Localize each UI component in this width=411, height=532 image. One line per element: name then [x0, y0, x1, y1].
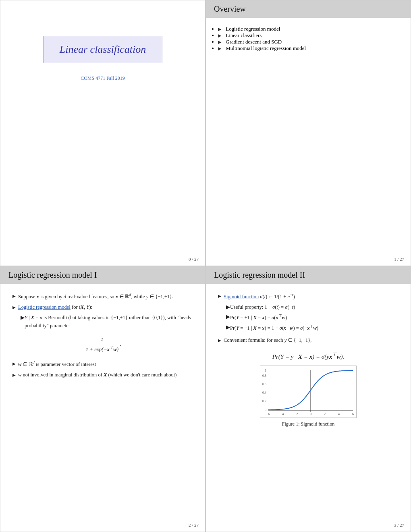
s3-big-formula: Pr(Y = y | X = x) = σ(yx⊤w). — [218, 351, 399, 362]
s2-sub-text-1: Y | X = x is Bernoulli (but taking value… — [25, 314, 193, 330]
slide-2-content: ▶ Suppose x is given by d real-valued fe… — [12, 292, 193, 379]
s3-bullet-1: ▶ Sigmoid function σ(t) := 1/(1 + e−t) — [218, 292, 399, 301]
page-number-1: 1 / 27 — [394, 257, 404, 262]
slide-3-header: Logistic regression model II — [206, 266, 411, 284]
s2-formula: 1 1 + exp(−x⊤w) . — [12, 335, 193, 354]
s2-arrow-1: ▶ — [12, 293, 16, 299]
fraction-formula: 1 1 + exp(−x⊤w) — [84, 335, 120, 354]
s3-sub-3: ▶ Pr(Y = −1 | X = x) = 1 − σ(x⊤w) = σ(−x… — [226, 323, 399, 332]
s2-text-3: w ∈ ℝd is parameter vector of interest — [18, 360, 96, 368]
s2-arrow-3: ▶ — [12, 361, 16, 367]
s3-arrow-2: ▶ — [218, 337, 221, 344]
bullet-1: ▶ Logistic regression model — [218, 26, 399, 32]
s2-sub-1: ▶ Y | X = x is Bernoulli (but taking val… — [21, 314, 193, 330]
s2-arrow-4: ▶ — [12, 372, 16, 378]
sigmoid-link: Sigmoid function — [224, 294, 259, 299]
s3-sub-arrow-1: ▶ — [226, 303, 230, 311]
svg-text:0: 0 — [265, 408, 266, 412]
svg-text:0.6: 0.6 — [262, 382, 266, 386]
title-box: Linear classification — [43, 36, 163, 63]
bullet-1-text: Logistic regression model — [226, 26, 280, 32]
svg-text:-2: -2 — [295, 412, 298, 416]
slide-2: Logistic regression model I ▶ Suppose x … — [0, 266, 206, 532]
bullet-3-text: Gradient descent and SGD — [226, 39, 282, 45]
page-number-3: 3 / 27 — [394, 523, 404, 528]
s3-sub-text-1: Useful property: 1 − σ(t) = σ(−t) — [230, 303, 295, 311]
slide-1: Overview ▶ Logistic regression model ▶ L… — [206, 0, 411, 266]
s2-bullet-4: ▶ w not involved in marginal distributio… — [12, 371, 193, 379]
s2-bullet-1: ▶ Suppose x is given by d real-valued fe… — [12, 292, 193, 301]
s3-sub-2: ▶ Pr(Y = +1 | X = x) = σ(x⊤w) — [226, 313, 399, 322]
svg-text:0.8: 0.8 — [262, 374, 266, 378]
slide-1-header: Overview — [206, 0, 411, 18]
s2-bullet-3: ▶ w ∈ ℝd is parameter vector of interest — [12, 360, 193, 368]
s3-arrow-1: ▶ — [218, 293, 221, 299]
s2-bullet-2: ▶ Logistic regression model for (X, Y): — [12, 303, 193, 311]
s3-sub-1: ▶ Useful property: 1 − σ(t) = σ(−t) — [226, 303, 399, 311]
s3-text-2: Convenient formula: for each y ∈ {−1,+1}… — [224, 336, 311, 344]
arrow-icon-1: ▶ — [218, 27, 221, 31]
s3-sub-text-2: Pr(Y = +1 | X = x) = σ(x⊤w) — [230, 313, 287, 322]
s2-sub-arrow-1: ▶ — [21, 314, 25, 322]
sigmoid-plot: 0 0.2 0.4 0.6 0.8 1 -6 -4 -2 0 2 4 6 — [260, 366, 357, 418]
svg-text:0.4: 0.4 — [262, 391, 266, 395]
s3-sub-arrow-3: ▶ — [226, 323, 230, 331]
s2-arrow-2: ▶ — [12, 304, 16, 311]
bullet-3: ▶ Gradient descent and SGD — [218, 39, 399, 45]
svg-text:2: 2 — [324, 412, 326, 416]
svg-text:4: 4 — [338, 412, 340, 416]
bullet-2-text: Linear classifiers — [226, 32, 262, 38]
bullet-2: ▶ Linear classifiers — [218, 32, 399, 39]
svg-text:-6: -6 — [267, 412, 270, 416]
slide-3: Logistic regression model II ▶ Sigmoid f… — [206, 266, 411, 532]
bullet-4-text: Multinomial logistic regression model — [226, 45, 306, 51]
svg-text:-4: -4 — [281, 412, 284, 416]
logistic-link: Logistic regression model — [18, 304, 71, 310]
s2-text-1: Suppose x is given by d real-valued feat… — [18, 292, 173, 301]
bullet-4: ▶ Multinomial logistic regression model — [218, 45, 399, 52]
svg-text:6: 6 — [352, 412, 354, 416]
slide-0: Linear classification COMS 4771 Fall 201… — [0, 0, 206, 266]
slide-3-content: ▶ Sigmoid function σ(t) := 1/(1 + e−t) ▶… — [218, 292, 399, 428]
svg-text:0.2: 0.2 — [262, 399, 266, 403]
s3-text-1: Sigmoid function σ(t) := 1/(1 + e−t) — [224, 292, 295, 301]
arrow-icon-3: ▶ — [218, 39, 221, 44]
arrow-icon-2: ▶ — [218, 33, 221, 38]
s3-sub-arrow-2: ▶ — [226, 313, 230, 321]
overview-list: ▶ Logistic regression model ▶ Linear cla… — [218, 26, 399, 52]
main-title: Linear classification — [60, 44, 146, 56]
slide-2-header: Logistic regression model I — [0, 266, 205, 284]
s3-sub-text-3: Pr(Y = −1 | X = x) = 1 − σ(x⊤w) = σ(−x⊤w… — [230, 323, 318, 332]
fig-caption: Figure 1: Sigmoid function — [282, 420, 334, 428]
svg-text:1: 1 — [265, 369, 266, 372]
page-number-2: 2 / 27 — [189, 523, 199, 528]
s3-bullet-2: ▶ Convenient formula: for each y ∈ {−1,+… — [218, 336, 399, 344]
svg-text:0: 0 — [310, 412, 311, 416]
s2-text-4: w not involved in marginal distribution … — [18, 371, 176, 379]
sigmoid-figure: 0 0.2 0.4 0.6 0.8 1 -6 -4 -2 0 2 4 6 — [218, 366, 399, 428]
course-label: COMS 4771 Fall 2019 — [81, 75, 125, 81]
page-number-0: 0 / 27 — [189, 257, 199, 262]
slide-grid: Linear classification COMS 4771 Fall 201… — [0, 0, 411, 532]
arrow-icon-4: ▶ — [218, 46, 221, 51]
s2-text-2: Logistic regression model for (X, Y): — [18, 303, 92, 311]
